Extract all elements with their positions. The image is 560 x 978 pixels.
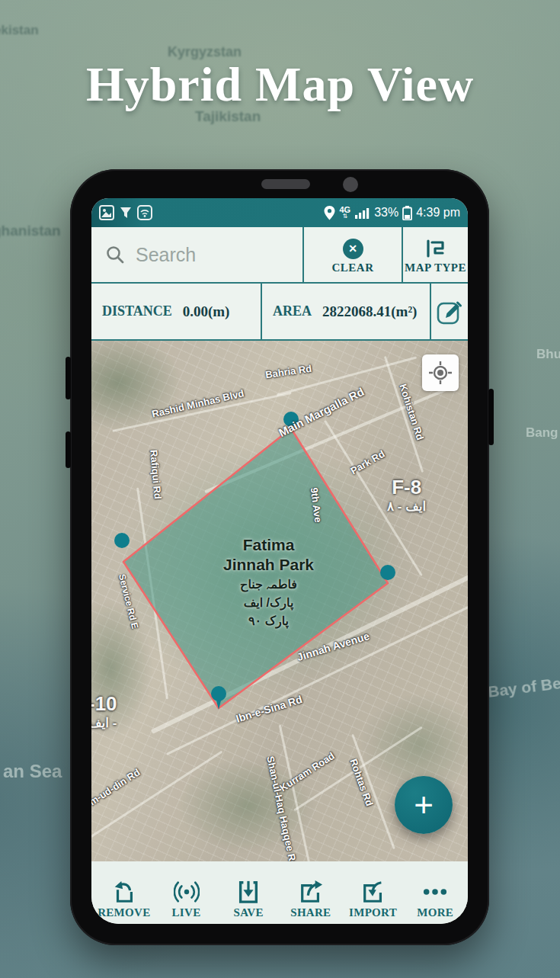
distance-label: DISTANCE — [102, 303, 172, 319]
live-broadcast-icon — [174, 880, 200, 904]
vertex-marker[interactable] — [380, 565, 395, 580]
volume-up-button — [66, 357, 71, 399]
distance-readout: DISTANCE 0.00(m) — [91, 284, 262, 339]
country-label: Bang — [526, 425, 558, 441]
toolbar-label: MORE — [417, 906, 453, 919]
signal-bars-icon — [355, 207, 370, 219]
network-type-indicator: 4G ⇅ — [339, 206, 350, 220]
measurement-row: DISTANCE 0.00(m) AREA 2822068.41(m²) — [91, 284, 468, 341]
clear-circle-x-icon: ✕ — [343, 239, 363, 259]
share-button[interactable]: SHARE — [280, 864, 342, 919]
import-icon — [360, 880, 386, 904]
area-label: AREA — [273, 303, 312, 319]
sea-label: an Sea — [3, 761, 62, 782]
search-icon — [105, 245, 125, 265]
share-icon — [298, 880, 324, 904]
data-arrows-icon: ⇅ — [342, 213, 347, 220]
park-name-ur: ۹۰ پارک — [183, 612, 354, 630]
power-button — [488, 389, 494, 445]
import-button[interactable]: IMPORT — [342, 864, 405, 919]
edit-pencil-icon — [436, 298, 463, 325]
map-type-button-label: MAP TYPE — [405, 261, 466, 274]
volume-down-button — [66, 431, 71, 468]
status-bar: 4G ⇅ 33% 4:39 pm — [91, 198, 468, 227]
gallery-icon — [99, 205, 114, 220]
park-name-en: Jinnah Park — [183, 555, 354, 575]
remove-button[interactable]: REMOVE — [93, 864, 155, 919]
search-row: ✕ CLEAR MAP TYPE — [91, 227, 468, 284]
filter-icon — [120, 207, 132, 219]
clear-button-label: CLEAR — [331, 261, 373, 274]
save-download-icon — [235, 880, 261, 904]
map-type-icon — [424, 238, 447, 259]
front-camera — [343, 177, 358, 192]
app-screen: 4G ⇅ 33% 4:39 pm ✕ CLEAR — [91, 198, 468, 924]
live-button[interactable]: LIVE — [155, 864, 218, 919]
map-view[interactable]: Bahria Rd Rashid Minhas Blvd Main Margal… — [91, 341, 468, 861]
sea-label: Bay of Be — [487, 674, 560, 701]
distance-value: 0.00(m) — [183, 303, 230, 320]
wifi-icon — [137, 205, 152, 220]
location-pin-icon — [324, 206, 335, 220]
map-type-button[interactable]: MAP TYPE — [402, 227, 468, 282]
battery-percent: 33% — [374, 206, 398, 220]
world-map-background: ekistan Kyrgyzstan Tajikistan ghanistan … — [0, 0, 560, 978]
sector-label-f8: F-8 ایف - ۸ — [387, 476, 426, 515]
country-label: ekistan — [0, 23, 39, 38]
search-input[interactable] — [134, 243, 274, 267]
more-button[interactable]: MORE — [404, 864, 466, 919]
park-label: Fatima Jinnah Park فاطمہ جناح پارک/ ایف … — [183, 535, 354, 630]
more-ellipsis-icon — [420, 880, 450, 904]
park-name-en: Fatima — [183, 535, 354, 555]
toolbar-label: SAVE — [234, 906, 264, 919]
park-name-ur: فاطمہ جناح — [183, 576, 354, 594]
area-value: 2822068.41(m²) — [322, 303, 417, 320]
search-area[interactable] — [91, 227, 302, 282]
earpiece-speaker — [261, 179, 310, 189]
remove-undo-icon — [111, 880, 137, 904]
toolbar-label: SHARE — [290, 906, 331, 919]
vertex-marker[interactable] — [114, 533, 130, 548]
toolbar-label: IMPORT — [349, 906, 397, 919]
phone-frame: 4G ⇅ 33% 4:39 pm ✕ CLEAR — [70, 169, 489, 945]
bottom-toolbar: REMOVE LIVE SAVE SHARE IMPORT — [91, 861, 468, 924]
crosshair-icon — [429, 361, 452, 384]
area-readout: AREA 2822068.41(m²) — [262, 284, 431, 339]
vertex-marker-pin[interactable] — [211, 686, 226, 701]
plus-icon: + — [414, 788, 434, 822]
save-button[interactable]: SAVE — [217, 864, 280, 919]
toolbar-label: LIVE — [172, 906, 201, 919]
clock: 4:39 pm — [416, 206, 460, 220]
add-point-fab[interactable]: + — [395, 776, 453, 834]
sector-label-f10: -10 ایف - — [91, 693, 117, 731]
country-label: ghanistan — [0, 223, 61, 239]
page-title: Hybrid Map View — [0, 56, 560, 113]
edit-button[interactable] — [431, 284, 468, 339]
toolbar-label: REMOVE — [98, 906, 150, 919]
clear-button[interactable]: ✕ CLEAR — [302, 227, 402, 282]
my-location-button[interactable] — [422, 354, 459, 391]
country-label: Bhu — [536, 347, 560, 362]
battery-icon — [402, 206, 412, 220]
park-name-ur: پارک/ ایف — [183, 594, 354, 612]
